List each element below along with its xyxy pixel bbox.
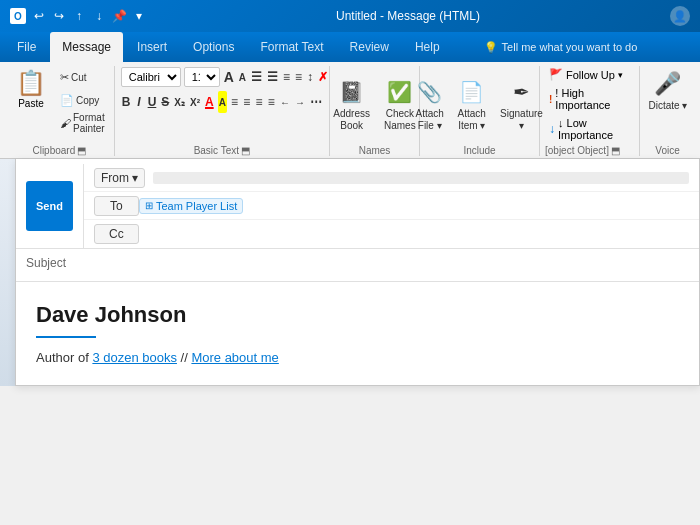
tab-options[interactable]: Options (181, 32, 246, 62)
undo-button[interactable]: ↩ (32, 9, 46, 23)
tab-message[interactable]: Message (50, 32, 123, 62)
attach-item-icon: 📄 (458, 78, 486, 106)
tags-label: [object Object] ⬒ (545, 143, 634, 156)
clipboard-group: 📋 Paste ✂ Cut 📄 Copy 🖌 Format Painter (5, 66, 115, 156)
paste-button[interactable]: 📋 Paste (9, 66, 53, 134)
follow-up-button[interactable]: 🚩 Follow Up ▾ (545, 66, 634, 83)
from-chevron-icon: ▾ (132, 171, 138, 185)
tell-me-bar[interactable]: 💡 Tell me what you want to do (484, 41, 638, 54)
compose-wrapper: Send From ▾ To (15, 159, 700, 386)
justify-button[interactable]: ≡ (267, 91, 276, 113)
tags-expand-icon[interactable]: ⬒ (611, 145, 620, 156)
low-importance-button[interactable]: ↓ ↓ Low Importance (545, 115, 634, 143)
clipboard-expand-icon[interactable]: ⬒ (77, 145, 86, 156)
more-about-link[interactable]: More about me (191, 350, 278, 365)
ribbon-content: 📋 Paste ✂ Cut 📄 Copy 🖌 Format Painter (0, 62, 700, 159)
headers-column: From ▾ To ⊞ Team Player List (84, 164, 699, 248)
recipient-name: Team Player List (156, 200, 237, 212)
tab-file[interactable]: File (5, 32, 48, 62)
bullets-button[interactable]: ☰ (250, 66, 263, 88)
window-title: Untitled - Message (HTML) (336, 9, 480, 23)
subject-input[interactable] (86, 256, 689, 270)
to-field[interactable]: ⊞ Team Player List (139, 198, 689, 214)
grow-font-button[interactable]: A (223, 66, 235, 88)
address-book-button[interactable]: 📓 AddressBook (327, 74, 376, 136)
high-importance-icon: ! (549, 94, 552, 105)
down-button[interactable]: ↓ (92, 9, 106, 23)
font-size-select[interactable]: 11 (184, 67, 220, 87)
recipient-tag[interactable]: ⊞ Team Player List (139, 198, 243, 214)
rtl-button[interactable]: ← (279, 91, 291, 113)
clipboard-row: 📋 Paste ✂ Cut 📄 Copy 🖌 Format Painter (9, 66, 110, 134)
text-color-button[interactable]: A (204, 91, 215, 113)
sort-button[interactable]: ↕ (306, 66, 314, 88)
outlook-app-icon: O (10, 8, 26, 24)
tab-insert[interactable]: Insert (125, 32, 179, 62)
font-row-2: B I U S X₂ X² A A ≡ ≡ ≡ ≡ ← → ⋯ (121, 91, 323, 113)
paste-icon: 📋 (16, 69, 46, 97)
font-family-select[interactable]: Calibri (121, 67, 181, 87)
numbering-button[interactable]: ☰ (266, 66, 279, 88)
dictate-icon: 🎤 (654, 70, 682, 98)
underline-button[interactable]: U (147, 91, 158, 113)
clipboard-label: Clipboard ⬒ (32, 143, 86, 156)
italic-button[interactable]: I (134, 91, 143, 113)
send-column: Send (16, 164, 84, 248)
basic-text-expand-icon[interactable]: ⬒ (241, 145, 250, 156)
redo-button[interactable]: ↪ (52, 9, 66, 23)
signature-icon: ✒ (508, 78, 536, 106)
decrease-indent-button[interactable]: ≡ (282, 66, 291, 88)
to-button[interactable]: To (94, 196, 139, 216)
copy-button[interactable]: 📄 Copy (55, 89, 110, 111)
flag-icon: 🚩 (549, 68, 563, 81)
voice-label: Voice (655, 143, 679, 156)
dictate-chevron: ▾ (682, 100, 687, 111)
more-options-button[interactable]: ⋯ (309, 91, 323, 113)
send-button[interactable]: Send (26, 181, 73, 231)
tab-help[interactable]: Help (403, 32, 452, 62)
copy-icon: 📄 (60, 94, 74, 107)
up-button[interactable]: ↑ (72, 9, 86, 23)
basic-text-label: Basic Text ⬒ (194, 143, 250, 156)
attach-file-button[interactable]: 📎 AttachFile ▾ (410, 74, 450, 136)
cut-button[interactable]: ✂ Cut (55, 66, 110, 88)
pin-button[interactable]: 📌 (112, 9, 126, 23)
books-link[interactable]: 3 dozen books (92, 350, 177, 365)
left-margin (0, 159, 15, 386)
cc-row: Cc (84, 220, 699, 248)
lightbulb-icon: 💡 (484, 41, 498, 54)
subscript-button[interactable]: X₂ (173, 91, 186, 113)
quick-access-chevron[interactable]: ▾ (132, 9, 146, 23)
ltr-button[interactable]: → (294, 91, 306, 113)
bold-button[interactable]: B (121, 91, 132, 113)
dictate-button[interactable]: 🎤 Dictate ▾ (642, 66, 692, 115)
from-dropdown[interactable]: From ▾ (94, 168, 145, 188)
align-center-button[interactable]: ≡ (242, 91, 251, 113)
high-importance-button[interactable]: ! ! High Importance (545, 85, 634, 113)
align-right-button[interactable]: ≡ (254, 91, 263, 113)
highlight-button[interactable]: A (218, 91, 227, 113)
tab-review[interactable]: Review (338, 32, 401, 62)
align-left-button[interactable]: ≡ (230, 91, 239, 113)
clipboard-small-buttons: ✂ Cut 📄 Copy 🖌 Format Painter (55, 66, 110, 134)
basic-text-group: Calibri 11 A A ☰ ☰ ≡ ≡ ↕ ✗ B I U S X₂ (115, 66, 330, 156)
format-painter-icon: 🖌 (60, 117, 71, 129)
attach-item-button[interactable]: 📄 AttachItem ▾ (452, 74, 492, 136)
format-painter-button[interactable]: 🖌 Format Painter (55, 112, 110, 134)
include-group: 📎 AttachFile ▾ 📄 AttachItem ▾ ✒ Signatur… (420, 66, 540, 156)
strikethrough-button[interactable]: S (160, 91, 170, 113)
email-body[interactable]: Dave Johnson Author of 3 dozen books // … (16, 282, 699, 385)
include-content: 📎 AttachFile ▾ 📄 AttachItem ▾ ✒ Signatur… (410, 66, 550, 143)
shrink-font-button[interactable]: A (238, 66, 247, 88)
low-importance-icon: ↓ (549, 122, 555, 136)
tab-format-text[interactable]: Format Text (248, 32, 335, 62)
to-row: To ⊞ Team Player List (84, 192, 699, 220)
superscript-button[interactable]: X² (189, 91, 201, 113)
subject-row: Subject (16, 248, 699, 276)
font-row-1: Calibri 11 A A ☰ ☰ ≡ ≡ ↕ ✗ (121, 66, 323, 88)
account-icon[interactable]: 👤 (670, 6, 690, 26)
cc-button[interactable]: Cc (94, 224, 139, 244)
names-group: 📓 AddressBook ✅ CheckNames Names (330, 66, 420, 156)
increase-indent-button[interactable]: ≡ (294, 66, 303, 88)
sender-underline (36, 336, 96, 338)
